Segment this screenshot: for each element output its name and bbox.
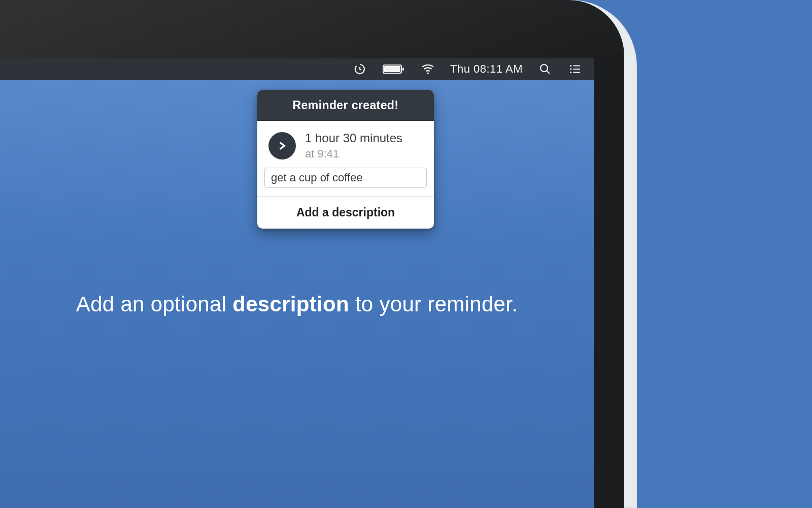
svg-rect-2 <box>402 68 404 71</box>
search-icon[interactable] <box>537 61 553 77</box>
description-input[interactable] <box>264 168 427 188</box>
notification-center-icon[interactable] <box>567 61 583 77</box>
svg-rect-1 <box>384 66 400 72</box>
svg-point-8 <box>570 68 571 70</box>
svg-point-10 <box>570 72 571 73</box>
reminder-duration: 1 hour 30 minutes <box>305 131 402 145</box>
battery-icon[interactable] <box>382 61 405 77</box>
popover-footer: Add a description <box>257 196 434 229</box>
gestimer-menubar-icon[interactable] <box>352 61 368 77</box>
reminder-popover: Reminder created! 1 hour 30 minutes at 9… <box>257 90 434 229</box>
reminder-time: at 9:41 <box>305 147 402 161</box>
chevron-right-icon <box>268 132 296 160</box>
menubar: Thu 08:11 AM <box>0 58 594 80</box>
wifi-icon[interactable] <box>420 61 436 77</box>
caption-text: Add an optional description to your remi… <box>0 292 594 316</box>
svg-point-6 <box>570 65 571 67</box>
footer-label: Add a description <box>296 206 395 219</box>
svg-line-5 <box>547 71 550 74</box>
menubar-clock[interactable]: Thu 08:11 AM <box>450 62 523 76</box>
popover-title: Reminder created! <box>257 90 434 121</box>
caption-post: to your reminder. <box>349 292 518 316</box>
svg-point-3 <box>427 73 428 74</box>
caption-pre: Add an optional <box>76 292 232 316</box>
caption-bold: description <box>232 292 349 316</box>
reminder-summary: 1 hour 30 minutes at 9:41 <box>257 121 434 168</box>
svg-point-4 <box>540 65 548 72</box>
